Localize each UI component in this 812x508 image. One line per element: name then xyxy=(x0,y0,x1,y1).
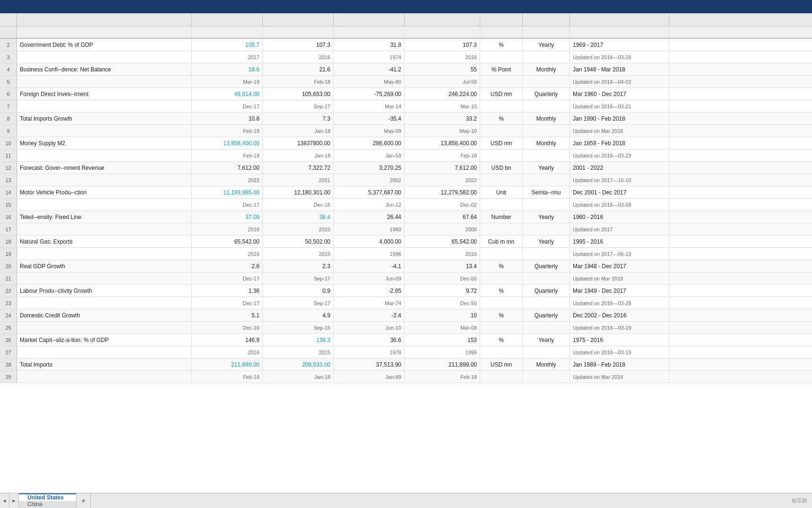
cell-max-value: 107.3 xyxy=(405,39,480,51)
cell-range-update: Updated on 2018---03-28 xyxy=(570,297,669,309)
row-num: 16 xyxy=(0,211,17,223)
col-header-e xyxy=(405,13,480,26)
cell-min-value: 286,600.00 xyxy=(334,137,405,149)
table-row-sub: 13 2022 2021 2002 2022 Updated on 2017--… xyxy=(0,174,812,186)
cell-range-update: Updated on Mar 2018 xyxy=(570,272,669,284)
header-unit xyxy=(480,26,523,38)
cell-min-value: 36.6 xyxy=(334,334,405,346)
cell-unit: USD mn xyxy=(480,88,523,100)
tab-add-button[interactable]: + xyxy=(77,493,91,508)
cell-last-date: 2016 xyxy=(192,346,263,358)
cell-min-value: 26.44 xyxy=(334,211,405,223)
cell-last-date: Feb-18 xyxy=(192,371,263,383)
header-last xyxy=(192,26,263,38)
cell-max-value: 246,224.00 xyxy=(405,88,480,100)
cell-last-date: Dec-17 xyxy=(192,297,263,309)
header-min xyxy=(334,26,405,38)
cell-frequency: Monthly xyxy=(523,63,570,75)
table-row-sub: 5 Mar-18 Feb-18 May-80 Jul-50 Updated on… xyxy=(0,76,812,88)
cell-unit-sub xyxy=(480,76,523,88)
cell-unit: % Point xyxy=(480,63,523,75)
tab-china[interactable]: China xyxy=(19,501,77,508)
cell-min-value: -2.4 xyxy=(334,309,405,321)
indicator-label-sub xyxy=(17,149,192,161)
cell-unit: USD mn xyxy=(480,137,523,149)
table-row: 12 Forecast: Gover--nment Revenue 7,612.… xyxy=(0,162,812,174)
cell-min-value: -2.65 xyxy=(334,285,405,297)
row-num-sub: 21 xyxy=(0,272,17,284)
cell-unit: % xyxy=(480,113,523,124)
cell-frequency-sub xyxy=(523,76,570,88)
indicator-label: Foreign Direct Inves--tment xyxy=(17,88,192,100)
tab-united-states[interactable]: United States xyxy=(19,493,77,501)
cell-previous-value: 50,502.00 xyxy=(263,236,334,247)
cell-min-date: May-80 xyxy=(334,76,405,88)
cell-previous-date: Feb-18 xyxy=(263,76,334,88)
cell-unit: USD bn xyxy=(480,162,523,174)
tabs-bar: ◄ ► United StatesChinaJapanGermanyFrance… xyxy=(0,493,812,508)
indicator-label-sub xyxy=(17,125,192,137)
indicator-label-sub xyxy=(17,248,192,260)
cell-range-update: Updated on 2017---10-10 xyxy=(570,174,669,186)
cell-max-date: 1999 xyxy=(405,346,480,358)
cell-unit: % xyxy=(480,260,523,272)
cell-frequency-sub xyxy=(523,272,570,284)
cell-last-date: Dec-17 xyxy=(192,199,263,210)
row-num-sub: 25 xyxy=(0,322,17,333)
cell-range-date: Jan 1948 - Mar 2018 xyxy=(570,63,669,75)
header-range xyxy=(570,26,669,38)
cell-frequency: Quarterly xyxy=(523,260,570,272)
cell-previous-date: 2016 xyxy=(263,51,334,63)
cell-last-date: Feb-18 xyxy=(192,149,263,161)
table-row-sub: 27 2016 2015 1978 1999 Updated on 2018--… xyxy=(0,346,812,359)
cell-previous-date: Sep-17 xyxy=(263,297,334,309)
cell-last-date: Dec-16 xyxy=(192,322,263,333)
cell-previous-date: Jan-18 xyxy=(263,371,334,383)
row-num: 14 xyxy=(0,186,17,198)
table-row-sub: 29 Feb-18 Jan-18 Jan-89 Feb-18 Updated o… xyxy=(0,371,812,383)
row-num-sub: 19 xyxy=(0,248,17,260)
cell-range-update: Updated on 2017 xyxy=(570,223,669,235)
table-row-sub: 7 Dec-17 Sep-17 Mar-14 Mar-15 Updated on… xyxy=(0,100,812,113)
cell-last-value: 10.8 xyxy=(192,113,263,124)
cell-max-value: 211,899.00 xyxy=(405,359,480,370)
table-row: 22 Labour Produ--ctivity Growth 1.36 0.9… xyxy=(0,285,812,297)
header-frequency xyxy=(523,26,570,38)
indicator-label: Total Imports Growth xyxy=(17,113,192,124)
cell-max-date: May-10 xyxy=(405,125,480,137)
indicator-label: Domestic Credit Growth xyxy=(17,309,192,321)
indicator-label-sub xyxy=(17,223,192,235)
table-row: 14 Motor Vehicle Produ--ction 11,189,985… xyxy=(0,186,812,199)
cell-last-value: 37.09 xyxy=(192,211,263,223)
indicator-label-sub xyxy=(17,322,192,333)
cell-max-date: Dec-02 xyxy=(405,199,480,210)
indicator-label: Natural Gas: Exports xyxy=(17,236,192,247)
spreadsheet: 2 Government Debt: % of GDP 105.7 107.3 … xyxy=(0,0,812,508)
cell-range-update: Updated on Mar 2018 xyxy=(570,125,669,137)
cell-range-date: 1975 - 2016 xyxy=(570,334,669,346)
cell-unit-sub xyxy=(480,297,523,309)
cell-last-date: Dec-17 xyxy=(192,272,263,284)
tab-nav-next[interactable]: ► xyxy=(9,493,19,508)
indicator-label-sub xyxy=(17,346,192,358)
col-header-d xyxy=(334,13,405,26)
row-num: 2 xyxy=(0,39,17,51)
cell-frequency: Monthly xyxy=(523,113,570,124)
cell-last-value: 2.6 xyxy=(192,260,263,272)
cell-max-date: 2016 xyxy=(405,51,480,63)
tab-spacer xyxy=(91,493,787,508)
table-row: 16 Teled--ensity: Fixed Line 37.09 38.4 … xyxy=(0,211,812,223)
cell-range-date: Jan 1989 - Feb 2018 xyxy=(570,359,669,370)
watermark: 创互联 xyxy=(787,493,812,508)
cell-min-date: Jan-89 xyxy=(334,371,405,383)
row-num-sub: 7 xyxy=(0,100,17,112)
cell-max-value: 13,858,400.00 xyxy=(405,137,480,149)
cell-min-date: Mar-14 xyxy=(334,100,405,112)
cell-previous-value: 2.3 xyxy=(263,260,334,272)
tab-nav-prev[interactable]: ◄ xyxy=(0,493,9,508)
cell-frequency: Yearly xyxy=(523,162,570,174)
cell-previous-value: 13837800.00 xyxy=(263,137,334,149)
cell-last-value: 1.36 xyxy=(192,285,263,297)
cell-unit-sub xyxy=(480,125,523,137)
cell-unit-sub xyxy=(480,346,523,358)
